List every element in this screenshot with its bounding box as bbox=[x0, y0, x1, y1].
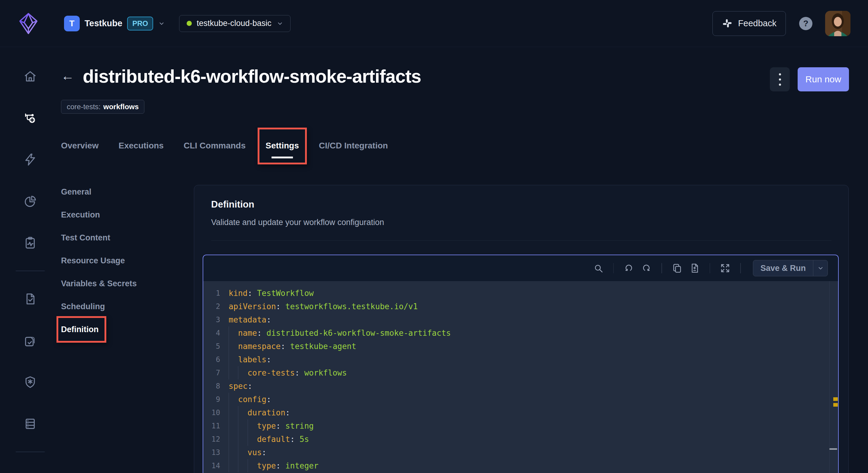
line-content: config: bbox=[229, 393, 271, 406]
run-now-button[interactable]: Run now bbox=[798, 67, 849, 92]
yaml-key: name bbox=[238, 329, 257, 338]
line-content: vus: bbox=[229, 446, 267, 459]
yaml-value: 5s bbox=[295, 435, 309, 444]
line-content: spec: bbox=[229, 379, 252, 393]
user-avatar[interactable] bbox=[825, 11, 850, 36]
tab-cli-commands[interactable]: CLI Commands bbox=[184, 141, 246, 163]
tab-settings[interactable]: Settings bbox=[266, 141, 299, 163]
panel-subtitle: Validate and update your workflow config… bbox=[211, 218, 832, 227]
tab-overview[interactable]: Overview bbox=[61, 141, 99, 163]
code-line[interactable]: 14type: integer bbox=[203, 459, 838, 472]
indent-guide bbox=[238, 419, 247, 433]
settings-nav-variables-secrets[interactable]: Variables & Secrets bbox=[61, 272, 137, 295]
code-line[interactable]: 13vus: bbox=[203, 446, 838, 459]
code-line[interactable]: 3metadata: bbox=[203, 313, 838, 327]
feedback-button[interactable]: Feedback bbox=[712, 11, 786, 36]
settings-nav-scheduling[interactable]: Scheduling bbox=[61, 295, 137, 318]
sidebar-item-monitoring-clipboard-icon[interactable] bbox=[23, 236, 37, 250]
yaml-key: type bbox=[257, 421, 276, 431]
org-name: Testkube bbox=[85, 19, 122, 28]
save-and-run-button[interactable]: Save & Run bbox=[753, 260, 813, 276]
code-line[interactable]: 9config: bbox=[203, 393, 838, 406]
tab-label: Settings bbox=[266, 141, 299, 150]
sidebar-item-sources-server-icon[interactable] bbox=[23, 417, 37, 431]
toolbar-separator bbox=[740, 263, 741, 273]
org-selector[interactable]: T Testkube PRO bbox=[64, 16, 165, 31]
top-header: T Testkube PRO testkube-cloud-basic Feed… bbox=[0, 0, 868, 47]
help-button[interactable]: ? bbox=[799, 17, 812, 30]
definition-panel: Definition Validate and update your work… bbox=[194, 185, 849, 473]
sidebar-item-triggers-lightning-icon[interactable] bbox=[23, 153, 37, 167]
sidebar-item-executors-shield-gear-icon[interactable] bbox=[23, 375, 37, 389]
sidebar-item-tests-file-check-icon[interactable] bbox=[23, 292, 37, 306]
settings-nav-test-content[interactable]: Test Content bbox=[61, 226, 137, 249]
back-button[interactable]: ← bbox=[61, 69, 74, 83]
editor-code-area[interactable]: 1kind: TestWorkflow2apiVersion: testwork… bbox=[203, 281, 838, 473]
yaml-editor[interactable]: Save & Run 1kind: TestWorkflow2apiVersio… bbox=[203, 255, 839, 473]
yaml-key: default bbox=[257, 435, 290, 444]
settings-nav-resource-usage[interactable]: Resource Usage bbox=[61, 249, 137, 272]
code-line[interactable]: 1kind: TestWorkflow bbox=[203, 286, 838, 300]
code-line[interactable]: 12default: 5s bbox=[203, 433, 838, 446]
indent-guide bbox=[238, 406, 247, 419]
redo-icon[interactable] bbox=[641, 263, 652, 274]
code-line[interactable]: 8spec: bbox=[203, 379, 838, 393]
settings-nav-label: Definition bbox=[61, 325, 98, 334]
yaml-value: TestWorkflow bbox=[252, 289, 314, 298]
code-line[interactable]: 6labels: bbox=[203, 353, 838, 366]
line-content: name: distributed-k6-workflow-smoke-arti… bbox=[229, 327, 451, 340]
settings-nav-general[interactable]: General bbox=[61, 180, 137, 203]
settings-nav-definition[interactable]: Definition bbox=[61, 318, 137, 341]
settings-nav-execution[interactable]: Execution bbox=[61, 203, 137, 226]
yaml-colon: : bbox=[290, 435, 295, 444]
line-number: 7 bbox=[203, 369, 220, 377]
diff-document-icon[interactable] bbox=[689, 263, 700, 274]
tab-label: CLI Commands bbox=[184, 141, 246, 150]
panel-title: Definition bbox=[211, 199, 832, 210]
yaml-colon: : bbox=[295, 368, 300, 377]
yaml-colon: : bbox=[248, 381, 252, 391]
more-options-button[interactable] bbox=[770, 67, 790, 92]
copy-icon[interactable] bbox=[672, 263, 683, 274]
code-line[interactable]: 11type: string bbox=[203, 419, 838, 433]
scrollbar-thumb[interactable] bbox=[829, 448, 837, 450]
tab-executions[interactable]: Executions bbox=[119, 141, 164, 163]
search-icon[interactable] bbox=[593, 263, 604, 274]
code-line[interactable]: 5namespace: testkube-agent bbox=[203, 340, 838, 353]
yaml-value: workflows bbox=[300, 368, 347, 377]
code-line[interactable]: 10duration: bbox=[203, 406, 838, 419]
slack-icon bbox=[722, 18, 733, 29]
indent-guide bbox=[238, 433, 247, 446]
sidebar-item-test-suites-files-icon[interactable] bbox=[23, 334, 37, 347]
line-number: 8 bbox=[203, 382, 220, 390]
sidebar-item-home-icon[interactable] bbox=[23, 69, 37, 83]
indent-guide bbox=[229, 327, 238, 340]
sidebar-item-workflows-add-icon[interactable] bbox=[23, 111, 37, 125]
active-tab-underline bbox=[272, 157, 293, 158]
tab-ci-cd-integration[interactable]: CI/CD Integration bbox=[319, 141, 388, 163]
indent-guide bbox=[238, 459, 247, 472]
code-line[interactable]: 2apiVersion: testworkflows.testkube.io/v… bbox=[203, 300, 838, 313]
line-number: 4 bbox=[203, 329, 220, 337]
yaml-key: core-tests bbox=[248, 368, 295, 377]
line-content: default: 5s bbox=[229, 433, 309, 446]
settings-nav-label: Variables & Secrets bbox=[61, 279, 137, 289]
testkube-logo-icon[interactable] bbox=[17, 12, 40, 35]
environment-selector[interactable]: testkube-cloud-basic bbox=[179, 15, 290, 32]
code-line[interactable]: 7core-tests: workflows bbox=[203, 366, 838, 379]
yaml-key: labels bbox=[238, 355, 267, 364]
expand-icon[interactable] bbox=[720, 263, 731, 274]
save-and-run-caret-button[interactable] bbox=[813, 260, 828, 276]
code-line[interactable]: 4name: distributed-k6-workflow-smoke-art… bbox=[203, 327, 838, 340]
line-content: metadata: bbox=[229, 313, 271, 327]
toolbar-separator bbox=[613, 263, 614, 273]
yaml-key: apiVersion bbox=[229, 302, 276, 311]
line-number: 14 bbox=[203, 462, 220, 470]
undo-icon[interactable] bbox=[623, 263, 634, 274]
tab-label: Overview bbox=[61, 141, 99, 150]
chevron-down-icon bbox=[817, 265, 824, 272]
sidebar-item-insights-pie-icon[interactable] bbox=[23, 194, 37, 208]
line-content: type: integer bbox=[229, 459, 318, 472]
line-content: labels: bbox=[229, 353, 271, 366]
sidebar-divider bbox=[16, 451, 45, 452]
